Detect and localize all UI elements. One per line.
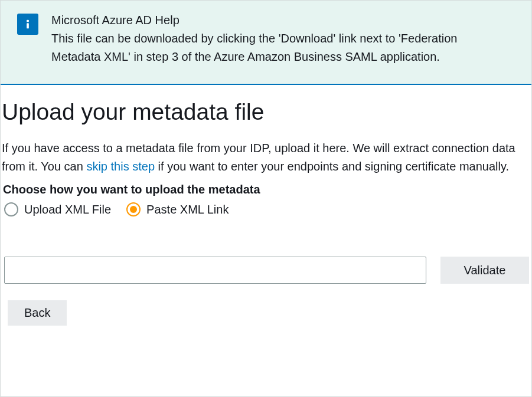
info-banner: Microsoft Azure AD Help This file can be… (1, 1, 531, 85)
info-title: Microsoft Azure AD Help (51, 11, 497, 29)
xml-link-input[interactable] (4, 257, 426, 284)
radio-icon (4, 202, 18, 216)
description: If you have access to a metadata file fr… (2, 139, 531, 176)
back-button[interactable]: Back (8, 300, 67, 326)
svg-rect-0 (27, 20, 29, 22)
page-title: Upload your metadata file (2, 99, 531, 125)
validate-button[interactable]: Validate (440, 257, 529, 284)
xml-input-row: Validate (2, 257, 531, 284)
radio-paste-link[interactable]: Paste XML Link (126, 202, 229, 216)
description-post: if you want to enter your endpoints and … (155, 160, 509, 173)
info-text: Microsoft Azure AD Help This file can be… (51, 11, 515, 66)
main-content: Upload your metadata file If you have ac… (1, 85, 531, 326)
skip-link[interactable]: skip this step (86, 160, 155, 173)
footer: Back (2, 300, 531, 326)
svg-rect-1 (27, 23, 29, 28)
radio-paste-link-label: Paste XML Link (146, 203, 229, 216)
radio-icon (126, 202, 141, 216)
choose-upload-label: Choose how you want to upload the metada… (2, 183, 531, 196)
info-icon (17, 14, 38, 35)
upload-method-radios: Upload XML File Paste XML Link (2, 202, 531, 216)
radio-upload-xml-label: Upload XML File (24, 203, 111, 216)
radio-upload-xml[interactable]: Upload XML File (4, 202, 111, 216)
info-body: This file can be downloaded by clicking … (51, 32, 457, 63)
